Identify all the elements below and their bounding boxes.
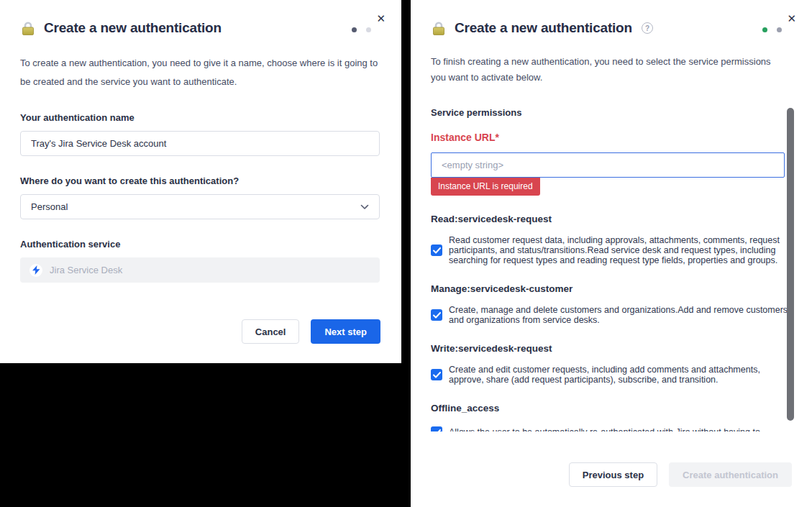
step-indicator [762, 27, 782, 32]
jira-service-desk-icon [29, 264, 42, 277]
permission-name: Write:servicedesk-request [431, 343, 788, 354]
step-dot-active [777, 27, 782, 32]
permission-description: Create and edit customer requests, inclu… [449, 365, 788, 385]
modal-title: Create a new authentication [44, 20, 222, 36]
modal-header: Create a new authentication [20, 20, 381, 36]
service-permissions-label: Service permissions [431, 107, 788, 118]
previous-step-button[interactable]: Previous step [569, 462, 657, 487]
permission-name: Manage:servicedesk-customer [431, 283, 788, 294]
scrollbar-thumb[interactable] [787, 108, 794, 421]
auth-service-label: Authentication service [20, 239, 381, 250]
instance-url-label: Instance URL* [431, 132, 788, 143]
checkbox-checked-icon[interactable] [431, 245, 442, 256]
permission-description: Read customer request data, including ap… [449, 235, 788, 265]
create-authentication-button[interactable]: Create authentication [669, 462, 792, 487]
auth-service-value: Jira Service Desk [50, 265, 122, 275]
lock-icon [431, 20, 447, 36]
permission-description: Allows the user to be automatically re-a… [449, 427, 760, 431]
lock-icon [20, 20, 36, 36]
modal-header: Create a new authentication ? [431, 20, 792, 36]
modal-title: Create a new authentication [455, 20, 632, 36]
create-auth-modal-step2: Create a new authentication ? ✕ To finis… [411, 0, 812, 507]
permission-description: Create, manage and delete customers and … [449, 305, 788, 325]
checkbox-checked-icon[interactable] [431, 426, 442, 431]
step-dot-complete [762, 27, 767, 32]
modal-description: To finish creating a new authentication,… [431, 54, 788, 86]
help-icon[interactable]: ? [642, 22, 653, 34]
close-icon[interactable]: ✕ [787, 13, 796, 24]
cancel-button[interactable]: Cancel [242, 319, 300, 344]
permission-row: Allows the user to be automatically re-a… [431, 426, 788, 431]
auth-location-value: Personal [31, 201, 68, 212]
permission-row: Create, manage and delete customers and … [431, 305, 788, 325]
auth-location-label: Where do you want to create this authent… [20, 175, 381, 186]
auth-name-input[interactable] [20, 131, 380, 156]
chevron-down-icon [360, 204, 369, 210]
permission-name: Offline_access [431, 403, 788, 414]
auth-location-select[interactable]: Personal [20, 194, 380, 219]
permission-row: Create and edit customer requests, inclu… [431, 365, 788, 385]
close-icon[interactable]: ✕ [376, 13, 386, 24]
next-step-button[interactable]: Next step [311, 319, 380, 344]
auth-name-label: Your authentication name [20, 112, 381, 123]
auth-service-field: Jira Service Desk [20, 257, 380, 283]
permission-name: Read:servicedesk-request [431, 214, 788, 224]
instance-url-input[interactable] [431, 152, 785, 178]
checkbox-checked-icon[interactable] [431, 309, 442, 321]
create-auth-modal-step1: Create a new authentication ✕ To create … [0, 0, 401, 363]
step-dot-active [352, 27, 357, 32]
permission-row: Read customer request data, including ap… [431, 235, 788, 265]
step-dot-inactive [366, 27, 371, 32]
step-indicator [352, 27, 371, 32]
validation-error-badge: Instance URL is required [431, 178, 540, 196]
permissions-scroll-area: Service permissions Instance URL* Instan… [431, 101, 788, 431]
checkbox-checked-icon[interactable] [431, 369, 442, 380]
modal-description: To create a new authentication, you need… [20, 54, 380, 91]
